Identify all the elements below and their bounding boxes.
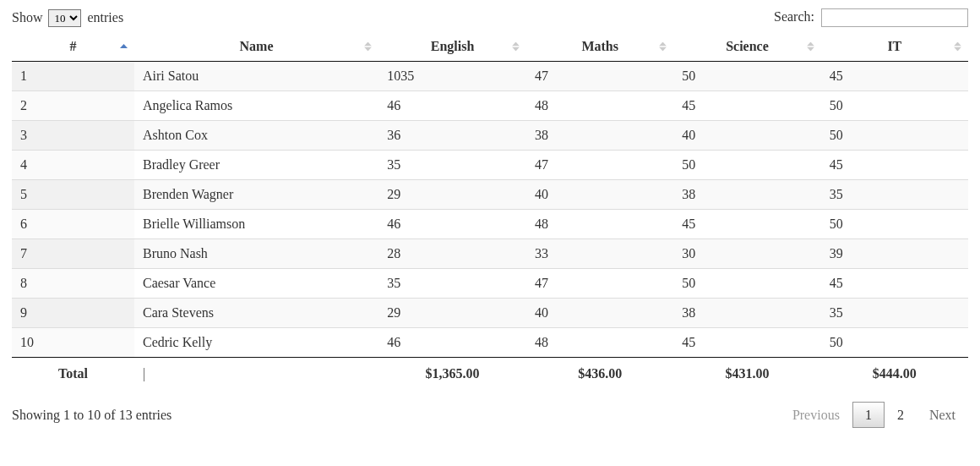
cell-name: Bruno Nash — [134, 239, 378, 269]
table-row: 7Bruno Nash28333039 — [12, 239, 968, 269]
cell-english: 29 — [378, 299, 526, 328]
pagination-page-2[interactable]: 2 — [885, 402, 917, 428]
cell-maths: 47 — [526, 151, 673, 180]
cell-english: 28 — [378, 239, 526, 269]
cell-science: 45 — [673, 210, 820, 239]
column-header-science[interactable]: Science — [673, 32, 820, 62]
pagination-page-1[interactable]: 1 — [852, 402, 885, 428]
cell-name: Bradley Greer — [134, 151, 378, 180]
cell-science: 30 — [673, 239, 820, 269]
footer-divider: | — [134, 358, 378, 391]
cell-it: 50 — [821, 91, 968, 121]
footer-english-total: $1,365.00 — [378, 358, 526, 391]
cell-it: 45 — [821, 269, 968, 299]
cell-english: 46 — [378, 328, 526, 358]
cell-name: Airi Satou — [134, 62, 378, 91]
table-row: 4Bradley Greer35475045 — [12, 151, 968, 180]
cell-id: 5 — [12, 180, 134, 210]
data-table: # Name English Maths — [12, 32, 968, 390]
footer-it-total: $444.00 — [821, 358, 968, 391]
column-header-name[interactable]: Name — [134, 32, 378, 62]
cell-maths: 48 — [526, 91, 673, 121]
column-header-english[interactable]: English — [378, 32, 526, 62]
cell-science: 38 — [673, 299, 820, 328]
cell-it: 45 — [821, 151, 968, 180]
length-prefix: Show — [12, 10, 42, 25]
cell-name: Brielle Williamson — [134, 210, 378, 239]
cell-id: 7 — [12, 239, 134, 269]
table-row: 9Cara Stevens29403835 — [12, 299, 968, 328]
cell-science: 50 — [673, 151, 820, 180]
pagination: Previous 12 Next — [780, 402, 968, 429]
footer-maths-total: $436.00 — [526, 358, 673, 391]
cell-id: 1 — [12, 62, 134, 91]
cell-name: Cara Stevens — [134, 299, 378, 328]
cell-it: 50 — [821, 328, 968, 358]
cell-maths: 33 — [526, 239, 673, 269]
pagination-next[interactable]: Next — [917, 402, 968, 429]
search-input[interactable] — [821, 8, 968, 27]
table-row: 2Angelica Ramos46484550 — [12, 91, 968, 121]
cell-name: Ashton Cox — [134, 121, 378, 151]
length-suffix: entries — [87, 10, 123, 25]
cell-maths: 48 — [526, 328, 673, 358]
column-header-maths[interactable]: Maths — [526, 32, 673, 62]
cell-science: 45 — [673, 328, 820, 358]
table-row: 10Cedric Kelly46484550 — [12, 328, 968, 358]
cell-science: 38 — [673, 180, 820, 210]
cell-it: 39 — [821, 239, 968, 269]
cell-id: 4 — [12, 151, 134, 180]
cell-science: 50 — [673, 269, 820, 299]
pagination-previous[interactable]: Previous — [780, 402, 852, 429]
length-select[interactable]: 10 — [48, 9, 81, 27]
cell-name: Cedric Kelly — [134, 328, 378, 358]
cell-name: Caesar Vance — [134, 269, 378, 299]
cell-maths: 48 — [526, 210, 673, 239]
table-row: 1Airi Satou1035475045 — [12, 62, 968, 91]
svg-marker-0 — [120, 44, 128, 48]
cell-science: 45 — [673, 91, 820, 121]
cell-english: 36 — [378, 121, 526, 151]
footer-total-label: Total — [12, 358, 134, 391]
svg-marker-10 — [954, 47, 961, 52]
cell-it: 50 — [821, 210, 968, 239]
svg-marker-5 — [659, 42, 667, 47]
cell-maths: 47 — [526, 62, 673, 91]
search-control: Search: — [774, 8, 968, 27]
cell-maths: 40 — [526, 299, 673, 328]
cell-english: 1035 — [378, 62, 526, 91]
table-info: Showing 1 to 10 of 13 entries — [12, 408, 172, 423]
cell-science: 50 — [673, 62, 820, 91]
sort-both-icon — [954, 42, 961, 52]
cell-maths: 40 — [526, 180, 673, 210]
cell-name: Brenden Wagner — [134, 180, 378, 210]
table-row: 8Caesar Vance35475045 — [12, 269, 968, 299]
column-header-it[interactable]: IT — [821, 32, 968, 62]
svg-marker-4 — [512, 47, 520, 52]
svg-marker-2 — [364, 47, 372, 52]
sort-both-icon — [659, 42, 667, 52]
cell-english: 46 — [378, 210, 526, 239]
svg-marker-9 — [954, 42, 961, 47]
cell-id: 10 — [12, 328, 134, 358]
svg-marker-1 — [364, 42, 372, 47]
sort-both-icon — [364, 42, 372, 52]
sort-both-icon — [807, 42, 814, 52]
cell-maths: 47 — [526, 269, 673, 299]
cell-it: 45 — [821, 62, 968, 91]
table-row: 3Ashton Cox36384050 — [12, 121, 968, 151]
svg-marker-3 — [512, 42, 520, 47]
column-header-id[interactable]: # — [12, 32, 134, 62]
cell-id: 3 — [12, 121, 134, 151]
search-label: Search: — [774, 9, 814, 24]
sort-both-icon — [512, 42, 520, 52]
cell-id: 8 — [12, 269, 134, 299]
cell-id: 2 — [12, 91, 134, 121]
cell-name: Angelica Ramos — [134, 91, 378, 121]
table-row: 5Brenden Wagner29403835 — [12, 180, 968, 210]
length-control: Show 10 entries — [12, 9, 123, 27]
cell-english: 35 — [378, 269, 526, 299]
cell-it: 35 — [821, 180, 968, 210]
table-row: 6Brielle Williamson46484550 — [12, 210, 968, 239]
cell-it: 35 — [821, 299, 968, 328]
